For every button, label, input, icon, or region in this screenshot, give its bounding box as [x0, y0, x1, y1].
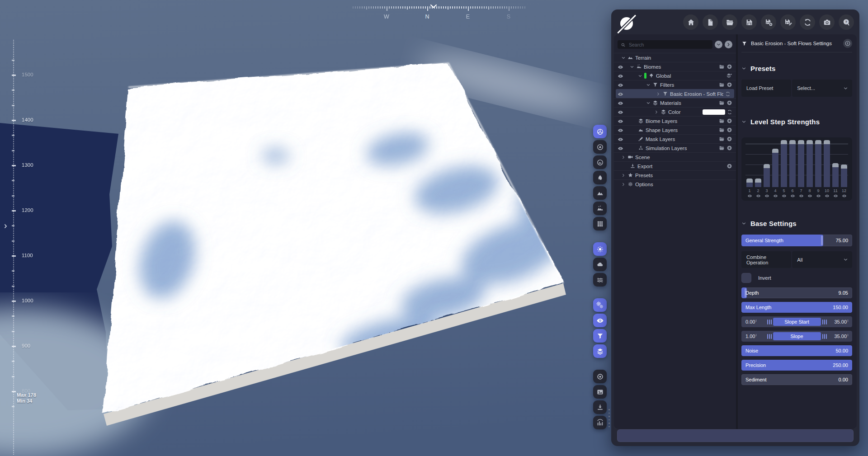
add-button[interactable]: [726, 82, 732, 88]
invert-checkbox[interactable]: [741, 273, 751, 283]
visibility-eye-toggle[interactable]: [618, 127, 623, 133]
group-button[interactable]: [719, 100, 725, 106]
level-eye-toggle-8[interactable]: [807, 193, 813, 198]
level-bar-7[interactable]: [798, 140, 804, 187]
preset-select[interactable]: Select...: [792, 80, 852, 97]
tree-item-filters[interactable]: Filters: [614, 80, 736, 89]
tree-item-mask-layers[interactable]: Mask Layers: [614, 134, 736, 143]
level-bar-12[interactable]: [841, 165, 847, 187]
visibility-eye-toggle[interactable]: [618, 146, 623, 151]
rebuild-button[interactable]: [800, 14, 815, 30]
tree-item-shape-layers[interactable]: Shape Layers: [614, 125, 736, 134]
collapse-all-button[interactable]: [715, 41, 722, 48]
chevron-down-icon[interactable]: [621, 56, 626, 60]
add-button[interactable]: [726, 127, 732, 133]
chevron-right-icon[interactable]: [621, 173, 626, 178]
tree-item-biome-layers[interactable]: Biome Layers: [614, 116, 736, 125]
record-button[interactable]: [593, 370, 607, 383]
visibility-eye-toggle[interactable]: [618, 73, 623, 79]
presets-section-header[interactable]: Presets: [741, 65, 852, 72]
level-eye-toggle-10[interactable]: [824, 193, 830, 198]
chevron-down-icon[interactable]: [646, 83, 651, 87]
run-button[interactable]: [725, 41, 732, 48]
grid-view-button[interactable]: [593, 217, 607, 230]
info-button[interactable]: [843, 39, 852, 48]
expand-sidebar-button[interactable]: [3, 222, 9, 232]
tree-item-options[interactable]: Options: [614, 179, 736, 188]
level-bar-1[interactable]: [746, 179, 753, 187]
chevron-right-icon[interactable]: [656, 92, 660, 96]
level-step-section-header[interactable]: Level Step Strengths: [741, 118, 852, 126]
help-button[interactable]: ?: [839, 14, 854, 30]
level-eye-toggle-6[interactable]: [789, 193, 796, 198]
add-button[interactable]: [726, 136, 732, 142]
download-button[interactable]: [593, 400, 607, 414]
visibility-eye-toggle[interactable]: [618, 118, 623, 124]
add-button[interactable]: [726, 145, 732, 151]
level-bar-10[interactable]: [824, 140, 830, 187]
add-layer-button[interactable]: [726, 73, 732, 79]
visibility-eye-toggle[interactable]: [618, 136, 623, 142]
add-button[interactable]: [726, 163, 732, 169]
save-edit-button[interactable]: [780, 14, 796, 30]
search-input[interactable]: [618, 40, 712, 49]
chevron-down-icon[interactable]: [646, 101, 651, 105]
tree-item-biomes[interactable]: Biomes: [614, 62, 736, 71]
group-button[interactable]: [719, 136, 725, 142]
add-button[interactable]: [726, 118, 732, 124]
noise-slider[interactable]: Noise50.00: [741, 345, 852, 356]
refresh-button[interactable]: [727, 109, 732, 115]
search-field[interactable]: [628, 42, 709, 48]
color-swatch[interactable]: [703, 109, 725, 115]
water-button[interactable]: [593, 273, 607, 287]
panel-resize-handle[interactable]: [609, 409, 610, 427]
level-eye-toggle-1[interactable]: [746, 193, 753, 198]
add-button[interactable]: [726, 64, 732, 70]
screenshot-button[interactable]: [819, 14, 835, 30]
group-button[interactable]: [719, 118, 725, 124]
max-length-slider[interactable]: Max Length150.00: [741, 302, 852, 313]
level-eye-toggle-7[interactable]: [798, 193, 804, 198]
visibility-button[interactable]: [593, 314, 607, 327]
level-bar-6[interactable]: [789, 140, 796, 187]
auto-process-button[interactable]: [593, 298, 607, 312]
level-eye-toggle-2[interactable]: [755, 193, 761, 198]
slope-start-range[interactable]: 0.00Slope Start35.00: [741, 316, 852, 327]
level-bar-5[interactable]: [781, 140, 787, 187]
level-bar-8[interactable]: [807, 140, 813, 187]
chevron-down-icon[interactable]: [630, 65, 634, 69]
shading-mode-button[interactable]: [593, 140, 607, 154]
level-eye-toggle-9[interactable]: [815, 193, 821, 198]
save-as-button[interactable]: [761, 14, 776, 30]
layers-button[interactable]: [593, 344, 607, 358]
depth-slider[interactable]: Depth9.05: [741, 287, 852, 298]
range-min-value[interactable]: 1.00: [745, 334, 764, 339]
refresh-button[interactable]: [725, 91, 731, 97]
tree-item-global[interactable]: Global: [614, 71, 736, 80]
group-button[interactable]: [719, 127, 725, 133]
range-max-value[interactable]: 35.00: [829, 334, 848, 339]
range-min-value[interactable]: 0.00: [745, 319, 764, 324]
sediment-slider[interactable]: Sediment0.00: [741, 374, 852, 385]
terrain-view-button[interactable]: [593, 186, 607, 200]
group-button[interactable]: [719, 82, 725, 88]
new-file-button[interactable]: [703, 14, 718, 30]
tree-item-basic-erosion-soft-flo[interactable]: Basic Erosion - Soft Flo: [616, 89, 734, 98]
level-eye-toggle-12[interactable]: [841, 193, 847, 198]
tree-item-export[interactable]: Export: [614, 161, 736, 170]
gallery-button[interactable]: [593, 385, 607, 399]
display-mode-button[interactable]: [593, 125, 607, 138]
clouds-button[interactable]: [593, 258, 607, 271]
level-eye-toggle-5[interactable]: [781, 193, 787, 198]
open-file-button[interactable]: [722, 14, 737, 30]
add-button[interactable]: [726, 100, 732, 106]
combine-operation-select[interactable]: All: [792, 251, 852, 268]
level-bar-9[interactable]: [815, 140, 821, 187]
chevron-right-icon[interactable]: [621, 182, 626, 187]
save-button[interactable]: [741, 14, 757, 30]
level-eye-toggle-4[interactable]: [772, 193, 778, 198]
tree-item-simulation-layers[interactable]: Simulation Layers: [614, 143, 736, 152]
sun-light-button[interactable]: [593, 242, 607, 256]
tree-item-terrain[interactable]: Terrain: [614, 53, 736, 62]
range-drag-area[interactable]: Slope: [764, 332, 829, 340]
